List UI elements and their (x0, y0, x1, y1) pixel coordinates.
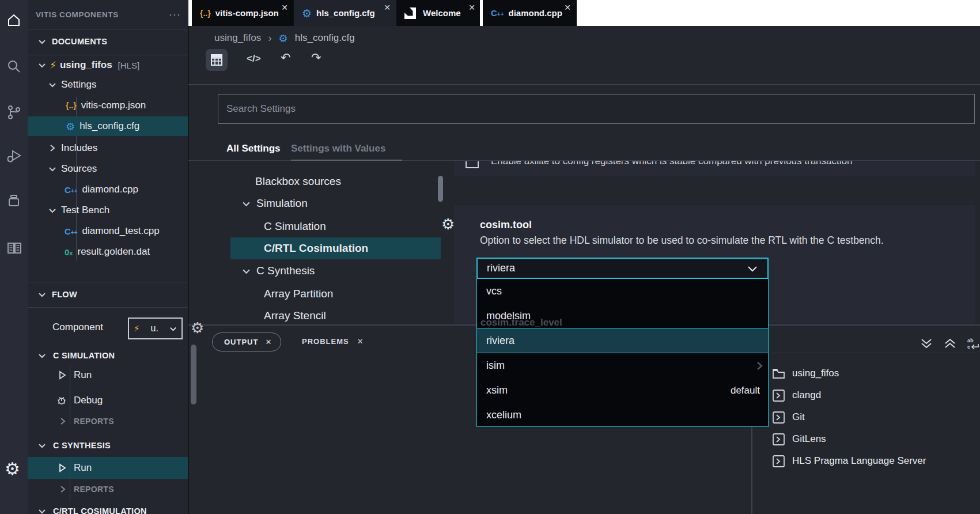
tab-hls-config-cfg[interactable]: ⚙ hls_config.cfg ✕ (294, 0, 396, 26)
tree-item-hls-config-cfg[interactable]: ⚙ hls_config.cfg (28, 116, 188, 136)
settings-tree-array-stencil[interactable]: Array Stencil (264, 309, 326, 322)
settings-tree-c-synthesis[interactable]: C Synthesis (242, 264, 315, 277)
flow-reports-csim[interactable]: REPORTS (28, 411, 188, 431)
section-documents[interactable]: DOCUMENTS (28, 32, 188, 51)
tree-item-vitis-comp-json[interactable]: {..} vitis-comp.json (28, 96, 188, 115)
problems-tab[interactable]: PROBLEMS ✕ (302, 332, 364, 350)
library-icon[interactable] (6, 240, 22, 256)
close-icon[interactable]: ✕ (281, 3, 288, 12)
tree-item-includes[interactable]: Includes (28, 138, 188, 158)
tab-welcome[interactable]: Welcome ✕ (396, 0, 480, 26)
flow-run-csim[interactable]: Run (28, 365, 188, 385)
option-isim[interactable]: isim (477, 353, 768, 378)
chevron-right-icon (48, 144, 56, 152)
close-icon[interactable]: ✕ (384, 3, 391, 12)
option-xsim[interactable]: xsim default (477, 378, 768, 403)
cpp-file-icon: C++ (491, 8, 504, 18)
chevron-down-icon (748, 266, 757, 272)
chevron-down-icon (242, 199, 251, 208)
tab-vitis-comp-json[interactable]: {..} vitis-comp.json ✕ (192, 0, 294, 26)
flow-section-c-simulation[interactable]: C SIMULATION (28, 346, 188, 365)
tab-diamond-cpp[interactable]: C++ diamond.cpp ✕ (483, 0, 577, 26)
settings-tree-simulation[interactable]: Simulation (242, 197, 308, 210)
flow-run-csynth[interactable]: Run (28, 457, 188, 479)
close-icon[interactable]: ✕ (357, 337, 364, 346)
table-grid-icon (210, 54, 223, 66)
dat-file-icon: 0x (65, 247, 73, 257)
output-tab[interactable]: OUTPUT ✕ (212, 332, 281, 352)
source-control-icon[interactable] (6, 104, 22, 120)
channel-hls-pragma-language-server[interactable]: HLS Pragma Language Server (772, 452, 979, 470)
amd-logo-icon (403, 6, 417, 20)
undo-icon[interactable]: ↶ (281, 51, 291, 65)
close-icon[interactable]: ✕ (468, 3, 475, 12)
flow-debug-csim[interactable]: Debug (28, 391, 188, 410)
output-channel-icon (772, 455, 785, 468)
expand-all-icon[interactable] (943, 336, 958, 351)
channel-gitlens[interactable]: GitLens (772, 430, 979, 448)
tree-item-result-golden-dat[interactable]: 0x result.golden.dat (28, 242, 188, 262)
home-icon[interactable] (6, 12, 22, 28)
breadcrumb[interactable]: using_fifos › ⚙ hls_config.cfg (214, 31, 355, 46)
chevron-down-icon (38, 441, 46, 449)
tree-item-diamond-cpp[interactable]: C++ diamond.cpp (28, 180, 188, 199)
panel-scrollbar[interactable] (191, 345, 196, 405)
setting-description: Option to select the HDL simulator to be… (480, 235, 884, 247)
settings-tree-c-simulation[interactable]: C Simulation (264, 220, 326, 233)
channel-clangd[interactable]: clangd (772, 387, 979, 404)
chevron-right-icon (59, 417, 67, 425)
flow-reports-csynth[interactable]: REPORTS (28, 479, 188, 499)
close-icon[interactable]: ✕ (564, 3, 571, 12)
component-value: u. (151, 323, 158, 334)
breadcrumb-project[interactable]: using_fifos (214, 32, 261, 44)
close-icon[interactable]: ✕ (265, 338, 271, 346)
search-icon[interactable] (6, 58, 22, 74)
tree-item-sources[interactable]: Sources (28, 159, 188, 179)
settings-gear-icon[interactable]: ⚙ (5, 459, 20, 479)
code-view-icon[interactable]: </> (247, 53, 261, 65)
run-debug-icon[interactable] (6, 148, 22, 164)
collapse-all-icon[interactable] (919, 336, 934, 351)
panel-more-icon[interactable]: ··· (169, 9, 181, 21)
checkbox[interactable] (466, 161, 479, 168)
settings-tree-array-partition[interactable]: Array Partition (264, 288, 333, 300)
channel-git[interactable]: Git (772, 409, 979, 426)
component-selector[interactable]: ⚡ u. (128, 318, 183, 339)
search-settings-input[interactable] (218, 94, 975, 124)
chevron-down-icon (38, 352, 46, 360)
play-icon (58, 463, 67, 473)
redo-icon[interactable]: ↷ (311, 51, 321, 65)
tree-item-settings[interactable]: Settings (28, 75, 188, 95)
channel-using-fifos[interactable]: using_fifos (772, 365, 979, 382)
breadcrumb-file[interactable]: hls_config.cfg (295, 32, 355, 44)
tree-item-using-fifos[interactable]: ⚡ using_fifos [HLS] (28, 55, 188, 75)
option-vcs[interactable]: vcs (477, 279, 768, 304)
form-view-button[interactable] (206, 49, 228, 71)
debug-icon (56, 395, 67, 406)
settings-tree-blackbox-sources[interactable]: Blackbox sources (255, 175, 341, 188)
setting-gear-icon[interactable]: ⚙ (441, 216, 455, 233)
tree-item-diamond-test-cpp[interactable]: C++ diamond_test.cpp (28, 221, 188, 241)
chevron-down-icon (38, 290, 46, 298)
section-flow[interactable]: FLOW (28, 285, 188, 304)
package-icon[interactable] (6, 192, 22, 209)
flow-section-c-synthesis[interactable]: C SYNTHESIS (28, 436, 188, 455)
word-wrap-icon[interactable]: abc (967, 337, 980, 351)
tab-settings-with-values[interactable]: Settings with Values (291, 143, 385, 154)
option-modelsim[interactable]: modelsim (477, 304, 768, 328)
chevron-right-icon: › (268, 32, 271, 44)
settings-tab-underline (291, 160, 402, 161)
chevron-down-icon (38, 507, 46, 514)
flow-settings-gear-icon[interactable]: ⚙ (191, 319, 204, 337)
cosim-tool-select[interactable]: riviera (476, 258, 769, 279)
tree-item-test-bench[interactable]: Test Bench (28, 201, 188, 220)
chevron-down-icon (169, 325, 177, 332)
settings-tree-scrollbar[interactable] (438, 176, 443, 202)
hls-suffix: [HLS] (118, 61, 140, 70)
settings-tree-crtl-cosimulation[interactable]: C/RTL Cosimulation (230, 237, 441, 259)
option-riviera[interactable]: riviera (477, 328, 768, 353)
option-xcelium[interactable]: xcelium (477, 403, 768, 428)
tab-all-settings[interactable]: All Settings (226, 143, 281, 154)
chevron-down-icon (38, 61, 46, 69)
flow-section-crtl-cosim[interactable]: C/RTL COSIMULATION (28, 501, 188, 514)
